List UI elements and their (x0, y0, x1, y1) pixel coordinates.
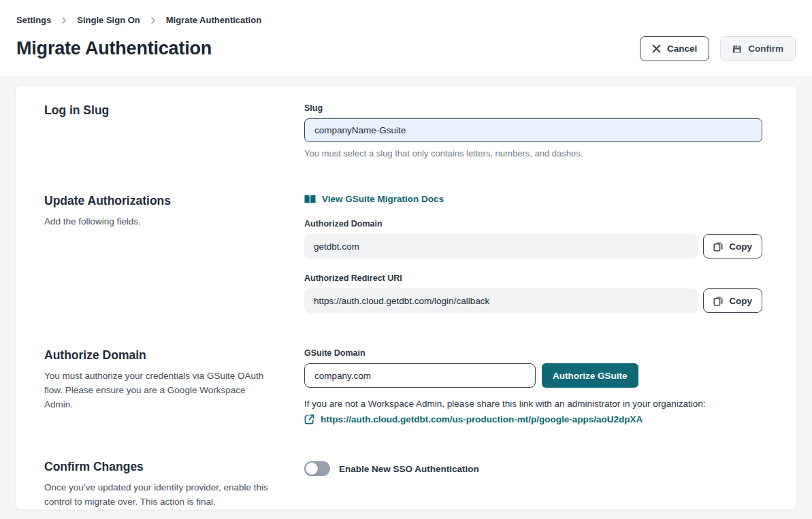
slug-helper-text: You must select a slug that only contain… (304, 148, 762, 158)
section-confirm-changes: Confirm Changes Once you’ve updated your… (44, 460, 762, 509)
share-link-url: https://auth.cloud.getdbt.com/us-product… (321, 414, 643, 424)
section-update-authorizations: Update Authorizations Add the following … (44, 194, 762, 313)
external-link-icon (304, 414, 314, 424)
enable-sso-toggle-label: Enable New SSO Authentication (339, 464, 479, 474)
slug-field-label: Slug (304, 103, 762, 113)
authorize-gsuite-button[interactable]: Authorize GSuite (542, 363, 638, 388)
gsuite-domain-input[interactable] (304, 363, 536, 388)
confirm-button-label: Confirm (748, 44, 783, 54)
section-authorize-domain: Authorize Domain You must authorize your… (44, 348, 762, 424)
breadcrumb-settings[interactable]: Settings (16, 15, 51, 25)
section-desc-update-authorizations: Add the following fields. (44, 214, 269, 229)
section-heading-authorize-domain: Authorize Domain (44, 348, 284, 363)
section-heading-login-slug: Log in Slug (44, 103, 284, 118)
section-heading-update-authorizations: Update Authorizations (44, 194, 284, 208)
chevron-right-icon (61, 17, 67, 24)
section-desc-authorize-domain: You must authorize your credentials via … (44, 369, 269, 412)
authorized-redirect-uri-field[interactable] (304, 288, 698, 313)
confirm-button[interactable]: Confirm (720, 36, 796, 61)
x-icon (652, 44, 661, 53)
workspace-admin-note: If you are not a Workspace Admin, please… (304, 399, 762, 409)
toggle-knob (306, 463, 318, 475)
copy-icon (713, 296, 724, 306)
header-actions: Cancel Confirm (640, 36, 796, 61)
section-login-slug: Log in Slug Slug You must select a slug … (44, 103, 762, 158)
section-desc-confirm-changes: Once you’ve updated your identity provid… (44, 480, 269, 509)
slug-input[interactable] (304, 118, 762, 142)
breadcrumb-single-sign-on[interactable]: Single Sign On (77, 15, 140, 25)
copy-button-label: Copy (729, 241, 752, 252)
gsuite-migration-docs-link[interactable]: View GSuite Migration Docs (304, 194, 444, 204)
enable-sso-toggle[interactable] (304, 461, 330, 476)
save-icon (732, 44, 742, 54)
chevron-right-icon (150, 17, 157, 24)
book-icon (304, 195, 316, 204)
gsuite-migration-docs-link-label: View GSuite Migration Docs (322, 194, 444, 204)
page-title: Migrate Authentication (16, 38, 212, 59)
gsuite-domain-label: GSuite Domain (304, 348, 762, 358)
content-area: Log in Slug Slug You must select a slug … (0, 76, 812, 519)
copy-authorized-domain-button[interactable]: Copy (703, 234, 762, 258)
copy-button-label: Copy (729, 296, 752, 306)
settings-card: Log in Slug Slug You must select a slug … (15, 85, 797, 510)
copy-redirect-uri-button[interactable]: Copy (703, 288, 762, 313)
cancel-button[interactable]: Cancel (640, 36, 709, 61)
authorized-domain-label: Authorized Domain (304, 219, 762, 229)
share-link[interactable]: https://auth.cloud.getdbt.com/us-product… (304, 414, 762, 424)
section-heading-confirm-changes: Confirm Changes (44, 460, 284, 474)
breadcrumb: Settings Single Sign On Migrate Authenti… (16, 15, 796, 25)
cancel-button-label: Cancel (667, 44, 697, 54)
authorized-domain-field[interactable] (304, 234, 698, 258)
page-header: Settings Single Sign On Migrate Authenti… (0, 0, 812, 76)
breadcrumb-current-page: Migrate Authentication (166, 15, 261, 25)
copy-icon (713, 241, 724, 252)
authorized-redirect-uri-label: Authorized Redirect URI (304, 273, 762, 283)
